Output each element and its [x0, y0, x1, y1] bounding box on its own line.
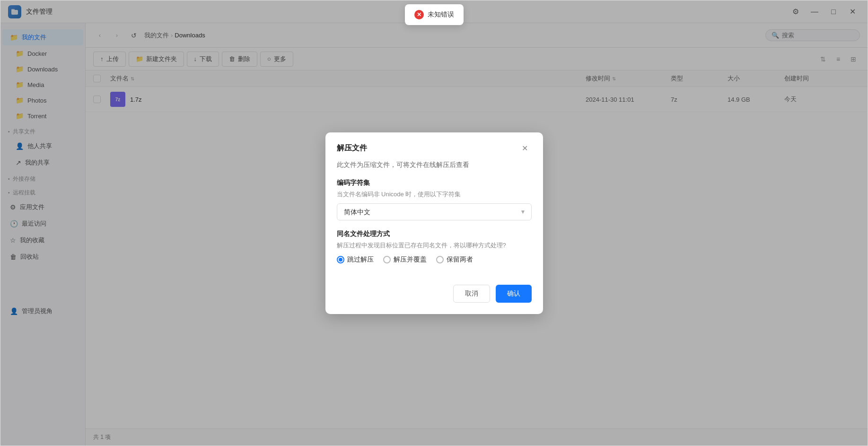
error-toast: ✕ 未知错误 [405, 4, 464, 25]
dialog-title: 解压文件 [337, 143, 367, 153]
conflict-section-desc: 解压过程中发现目标位置已存在同名文件，将以哪种方式处理? [337, 241, 532, 250]
dialog-close-button[interactable]: ✕ [518, 142, 532, 155]
dialog-body: 此文件为压缩文件，可将文件在线解压后查看 编码字符集 当文件名编码非 Unico… [325, 155, 543, 285]
dialog: 解压文件 ✕ 此文件为压缩文件，可将文件在线解压后查看 编码字符集 当文件名编码… [325, 132, 543, 314]
error-toast-text: 未知错误 [428, 10, 454, 19]
radio-keep-both[interactable]: 保留两者 [436, 255, 473, 264]
radio-keep-both-indicator [436, 256, 444, 263]
error-icon: ✕ [414, 10, 424, 19]
cancel-button[interactable]: 取消 [453, 285, 490, 303]
radio-overwrite-indicator [383, 256, 391, 263]
dialog-footer: 取消 确认 [325, 285, 543, 314]
radio-overwrite[interactable]: 解压并覆盖 [383, 255, 427, 264]
overlay: 解压文件 ✕ 此文件为压缩文件，可将文件在线解压后查看 编码字符集 当文件名编码… [0, 0, 868, 446]
conflict-section-title: 同名文件处理方式 [337, 230, 532, 238]
encoding-select[interactable]: 简体中文 繁体中文 UTF-8 [337, 203, 532, 220]
app-window: 文件管理 ✕ 未知错误 ⚙ — □ ✕ 📁 我的文件 📁 Docker � [0, 0, 868, 446]
radio-skip-indicator [337, 256, 344, 263]
dialog-header: 解压文件 ✕ [325, 132, 543, 155]
confirm-button[interactable]: 确认 [496, 285, 532, 303]
encoding-section-desc: 当文件名编码非 Unicode 时，使用以下字符集 [337, 190, 532, 199]
radio-overwrite-label: 解压并覆盖 [394, 255, 427, 264]
dialog-description: 此文件为压缩文件，可将文件在线解压后查看 [337, 161, 532, 169]
radio-keep-both-label: 保留两者 [447, 255, 473, 264]
radio-group: 跳过解压 解压并覆盖 保留两者 [337, 255, 532, 264]
radio-skip[interactable]: 跳过解压 [337, 255, 374, 264]
encoding-section-title: 编码字符集 [337, 179, 532, 187]
radio-skip-label: 跳过解压 [347, 255, 374, 264]
encoding-select-wrapper: 简体中文 繁体中文 UTF-8 ▼ [337, 203, 532, 220]
